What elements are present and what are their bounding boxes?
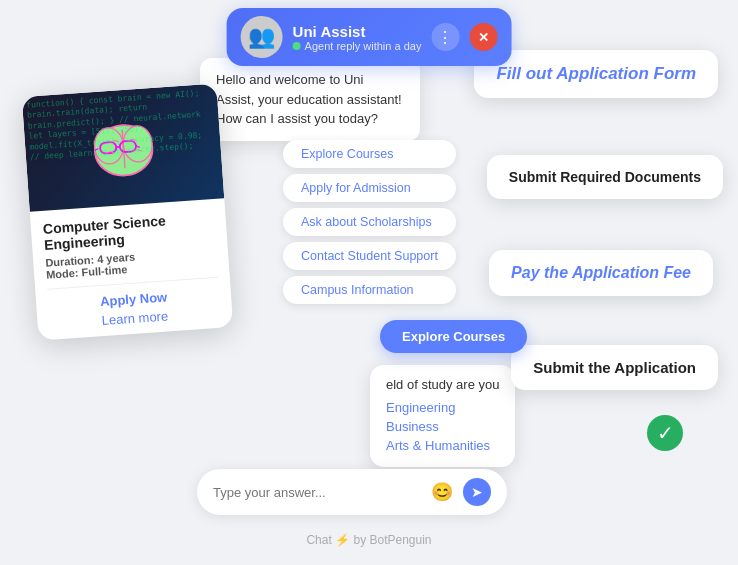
submit-docs-card[interactable]: Submit Required Documents [487, 155, 723, 199]
emoji-button[interactable]: 😊 [429, 479, 455, 505]
pay-fee-label: Pay the Application Fee [511, 264, 691, 281]
field-arts[interactable]: Arts & Humanities [386, 436, 499, 455]
explore-courses-button[interactable]: Explore Courses [380, 320, 527, 353]
chat-header-bar: 👥 Uni Assist Agent reply within a day ⋮ … [227, 8, 512, 66]
reply-support[interactable]: Contact Student Support [283, 242, 456, 270]
more-options-button[interactable]: ⋮ [431, 23, 459, 51]
welcome-bubble: Hello and welcome to Uni Assist, your ed… [200, 58, 420, 141]
send-button[interactable]: ➤ [463, 478, 491, 506]
learn-more-button[interactable]: Learn more [101, 308, 168, 328]
field-business[interactable]: Business [386, 417, 499, 436]
pay-fee-card[interactable]: Pay the Application Fee [489, 250, 713, 296]
header-subtitle: Agent reply within a day [293, 40, 422, 52]
code-background: function() { const brain = new AI(); bra… [22, 83, 225, 211]
apply-now-button[interactable]: Apply Now [100, 289, 168, 309]
reply-scholarships[interactable]: Ask about Scholarships [283, 208, 456, 236]
quick-replies-panel: Explore Courses Apply for Admission Ask … [283, 140, 456, 304]
welcome-text: Hello and welcome to Uni Assist, your ed… [216, 72, 402, 126]
chat-input-area: 😊 ➤ [197, 469, 507, 515]
course-actions: Apply Now Learn more [48, 286, 221, 332]
fill-form-card[interactable]: Fill out Application Form [474, 50, 718, 98]
course-image: function() { const brain = new AI(); bra… [22, 83, 225, 211]
status-dot [293, 42, 301, 50]
close-button[interactable]: ✕ [469, 23, 497, 51]
course-body: Computer Science Engineering Duration: 4… [30, 198, 234, 340]
course-card: function() { const brain = new AI(); bra… [22, 83, 234, 340]
header-title: Uni Assist [293, 23, 422, 40]
submit-app-card[interactable]: Submit the Application [511, 345, 718, 390]
reply-campus[interactable]: Campus Information [283, 276, 456, 304]
header-avatars: 👥 [241, 16, 283, 58]
submit-docs-label: Submit Required Documents [509, 169, 701, 185]
submit-app-label: Submit the Application [533, 359, 696, 376]
field-question: eld of study are you [386, 377, 499, 392]
reply-explore[interactable]: Explore Courses [283, 140, 456, 168]
field-options-panel: eld of study are you Engineering Busines… [370, 365, 515, 467]
lightning-icon: ⚡ [335, 533, 350, 547]
reply-apply[interactable]: Apply for Admission [283, 174, 456, 202]
checkmark-icon: ✓ [647, 415, 683, 451]
chat-input[interactable] [213, 485, 421, 500]
header-info: Uni Assist Agent reply within a day [293, 23, 422, 52]
fill-form-label: Fill out Application Form [496, 64, 696, 83]
footer-text: Chat ⚡ by BotPenguin [306, 533, 431, 547]
field-engineering[interactable]: Engineering [386, 398, 499, 417]
